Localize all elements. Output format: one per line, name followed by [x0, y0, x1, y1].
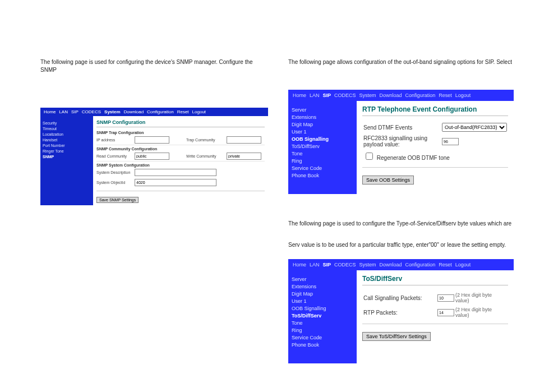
- tos-intro1: The following page is used to configure …: [288, 220, 514, 228]
- callsig-hint: (2 Hex digit byte value): [455, 291, 507, 305]
- sysdesc-input[interactable]: [135, 169, 216, 176]
- sidebar-item-server[interactable]: Server: [292, 276, 353, 282]
- trap-input[interactable]: [227, 136, 261, 144]
- rtp-label: RTP Packets:: [363, 306, 436, 319]
- save-tos-button[interactable]: Save ToS/DiffServ Settings: [362, 332, 431, 341]
- sect-trap: SNMP Trap Configuration: [96, 131, 265, 135]
- sidebar-item-localization[interactable]: Localization: [43, 132, 91, 136]
- sidebar-r2: ServerExtensionsDigit MapUser 1OOB Signa…: [288, 270, 357, 363]
- sidebar-item-digit-map[interactable]: Digit Map: [292, 291, 353, 297]
- sidebar-item-service-code[interactable]: Service Code: [292, 165, 353, 171]
- snmp-title: SNMP Configuration: [96, 119, 265, 127]
- sidebar-item-user-1[interactable]: User 1: [292, 129, 353, 135]
- nav-codecs[interactable]: CODECS: [334, 262, 356, 268]
- save-oob-button[interactable]: Save OOB Settings: [362, 176, 414, 185]
- sidebar-item-ring[interactable]: Ring: [292, 158, 353, 164]
- rtp-hint: (2 Hex digit byte value): [455, 306, 507, 319]
- nav-system[interactable]: System: [359, 262, 376, 268]
- rtp-title: RTP Telephone Event Configuration: [362, 105, 508, 116]
- nav-configuration[interactable]: Configuration: [147, 109, 174, 114]
- read-label: Read Community: [96, 154, 135, 158]
- sidebar-r1: ServerExtensionsDigit MapUser 1OOB Signa…: [288, 101, 357, 194]
- nav-system[interactable]: System: [359, 93, 376, 98]
- sidebar-item-service-code[interactable]: Service Code: [292, 335, 353, 340]
- read-input[interactable]: [135, 153, 169, 160]
- sidebar-item-tos-diffserv[interactable]: ToS/DiffServ: [292, 144, 353, 149]
- oob-intro: The following page allows configuration …: [288, 58, 514, 66]
- dtmf-label: Send DTMF Events: [363, 122, 441, 133]
- regen-label: Regenerate OOB DTMF tone: [377, 155, 450, 161]
- sysoid-label: System ObjectId: [96, 181, 135, 185]
- nav-download[interactable]: Download: [124, 109, 144, 114]
- payload-input[interactable]: [442, 138, 459, 145]
- sidebar-item-digit-map[interactable]: Digit Map: [292, 122, 353, 127]
- callsig-input[interactable]: [437, 294, 454, 302]
- nav-configuration[interactable]: Configuration: [405, 262, 436, 268]
- sidebar-item-handset[interactable]: Handset: [43, 138, 91, 142]
- nav-sip[interactable]: SIP: [71, 109, 79, 114]
- regen-checkbox[interactable]: [366, 153, 373, 160]
- sidebar-item-server[interactable]: Server: [292, 107, 353, 113]
- sidebar-item-timeout[interactable]: Timeout: [43, 127, 91, 131]
- sidebar-item-ring[interactable]: Ring: [292, 328, 353, 333]
- tos-title: ToS/DiffServ: [362, 275, 508, 285]
- nav-system[interactable]: System: [104, 109, 120, 114]
- sysdesc-label: System Description: [96, 170, 135, 174]
- trap-label: Trap Community: [186, 138, 227, 142]
- sidebar-item-user-1[interactable]: User 1: [292, 298, 353, 304]
- sect-comm: SNMP Community Configuration: [96, 147, 265, 151]
- sidebar-item-security[interactable]: Security: [43, 121, 91, 125]
- topbar-r1: HomeLANSIPCODECSSystemDownloadConfigurat…: [288, 90, 514, 101]
- ip-input[interactable]: [135, 136, 169, 144]
- nav-download[interactable]: Download: [380, 93, 402, 98]
- snmp-intro: The following page is used for configuri…: [40, 58, 268, 74]
- sidebar-item-extensions[interactable]: Extensions: [292, 284, 353, 289]
- tos-panel: HomeLANSIPCODECSSystemDownloadConfigurat…: [288, 259, 514, 363]
- topbar-r2: HomeLANSIPCODECSSystemDownloadConfigurat…: [288, 259, 514, 270]
- nav-reset[interactable]: Reset: [439, 93, 452, 98]
- sidebar-item-phone-book[interactable]: Phone Book: [292, 342, 353, 348]
- sidebar-item-snmp[interactable]: SNMP: [43, 155, 91, 159]
- sidebar-left: SecurityTimeoutLocalizationHandsetPort N…: [40, 116, 93, 205]
- sidebar-item-oob-signalling[interactable]: OOB Signalling: [292, 306, 353, 311]
- dtmf-select[interactable]: Out-of-Band(RFC2833): [442, 123, 507, 132]
- nav-codecs[interactable]: CODECS: [334, 93, 356, 98]
- nav-configuration[interactable]: Configuration: [405, 93, 436, 98]
- sidebar-item-tone[interactable]: Tone: [292, 151, 353, 156]
- nav-logout[interactable]: Logout: [455, 93, 471, 98]
- sidebar-item-tos-diffserv[interactable]: ToS/DiffServ: [292, 313, 353, 319]
- oob-panel: HomeLANSIPCODECSSystemDownloadConfigurat…: [288, 90, 514, 194]
- nav-lan[interactable]: LAN: [310, 262, 320, 268]
- write-input[interactable]: [227, 153, 261, 160]
- sidebar-item-extensions[interactable]: Extensions: [292, 114, 353, 120]
- nav-reset[interactable]: Reset: [439, 262, 452, 268]
- nav-logout[interactable]: Logout: [192, 109, 206, 114]
- tos-intro2: Serv value is to be used for a particula…: [288, 241, 514, 249]
- nav-codecs[interactable]: CODECS: [82, 109, 101, 114]
- nav-sip[interactable]: SIP: [323, 93, 331, 98]
- nav-download[interactable]: Download: [380, 262, 402, 268]
- payload-label: RFC2833 signalling using payload value:: [363, 134, 441, 149]
- sidebar-item-ringer-tone[interactable]: Ringer Tone: [43, 149, 91, 153]
- sysoid-input[interactable]: [135, 179, 216, 186]
- nav-lan[interactable]: LAN: [310, 93, 320, 98]
- nav-lan[interactable]: LAN: [59, 109, 68, 114]
- nav-home[interactable]: Home: [44, 109, 56, 114]
- nav-reset[interactable]: Reset: [177, 109, 189, 114]
- save-snmp-button[interactable]: Save SNMP Settings: [96, 197, 139, 203]
- rtp-input[interactable]: [437, 309, 454, 316]
- ip-label: IP address: [96, 138, 135, 142]
- sect-sys: SNMP System Configuration: [96, 163, 265, 167]
- sidebar-item-oob-signalling[interactable]: OOB Signalling: [292, 136, 353, 142]
- nav-home[interactable]: Home: [293, 262, 306, 268]
- sidebar-item-tone[interactable]: Tone: [292, 320, 353, 326]
- topbar-left: HomeLANSIPCODECSSystemDownloadConfigurat…: [40, 108, 268, 116]
- nav-sip[interactable]: SIP: [323, 262, 331, 268]
- callsig-label: Call Signalling Packets:: [363, 291, 436, 305]
- sidebar-item-port-number[interactable]: Port Number: [43, 144, 91, 147]
- nav-logout[interactable]: Logout: [455, 262, 471, 268]
- sidebar-item-phone-book[interactable]: Phone Book: [292, 173, 353, 178]
- nav-home[interactable]: Home: [293, 93, 306, 98]
- write-label: Write Community: [186, 154, 227, 158]
- snmp-panel: HomeLANSIPCODECSSystemDownloadConfigurat…: [40, 108, 268, 205]
